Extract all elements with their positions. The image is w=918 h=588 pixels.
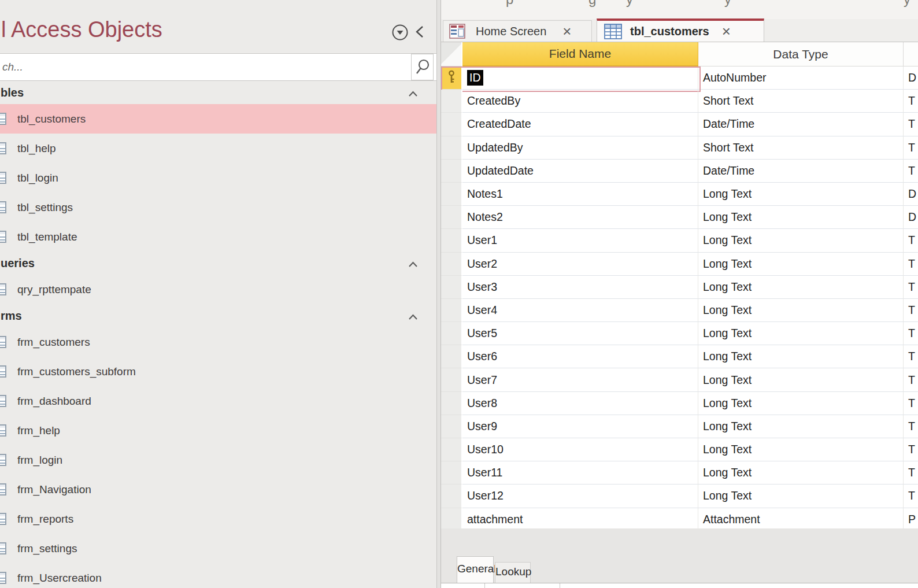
description-cell[interactable]: D (904, 66, 918, 90)
tab-tbl-customers[interactable]: tbl_customers × (597, 19, 764, 42)
search-button[interactable] (411, 54, 434, 80)
field-name-cell[interactable]: User7 (462, 368, 698, 391)
row-selector[interactable] (441, 415, 462, 438)
data-type-cell[interactable]: Attachment (698, 508, 904, 528)
data-type-cell[interactable]: Long Text (698, 485, 904, 508)
data-type-cell[interactable]: Short Text (698, 90, 904, 113)
sidebar-item-tbl_help[interactable]: tbl_help (0, 134, 436, 163)
data-type-cell[interactable]: Short Text (698, 136, 904, 160)
data-type-cell[interactable]: Long Text (698, 253, 904, 276)
data-type-cell[interactable]: AutoNumber (698, 66, 904, 90)
description-cell[interactable]: T (904, 136, 918, 160)
sidebar-item-tbl_template[interactable]: tbl_template (0, 222, 436, 252)
row-selector[interactable] (441, 461, 462, 485)
row-selector[interactable] (441, 276, 462, 299)
data-type-cell[interactable]: Long Text (698, 438, 904, 461)
row-selector[interactable] (441, 438, 462, 461)
data-type-cell[interactable]: Long Text (698, 322, 904, 345)
shutter-bar-close-button[interactable] (413, 24, 429, 40)
field-name-cell[interactable]: attachment (462, 508, 698, 528)
description-cell[interactable]: T (904, 253, 918, 276)
field-name-cell[interactable]: CreatedBy (462, 90, 698, 113)
field-name-cell[interactable]: User11 (462, 461, 698, 485)
sidebar-item-frm_customers[interactable]: frm_customers (0, 327, 436, 357)
close-tab-icon[interactable]: × (722, 25, 731, 37)
data-type-cell[interactable]: Long Text (698, 392, 904, 415)
sidebar-item-frm_customers_subform[interactable]: frm_customers_subform (0, 357, 436, 386)
data-type-cell[interactable]: Date/Time (698, 160, 904, 183)
data-type-cell[interactable]: Long Text (698, 183, 904, 206)
description-cell[interactable]: T (904, 276, 918, 299)
sidebar-item-tbl_login[interactable]: tbl_login (0, 163, 436, 193)
field-name-cell[interactable]: UpdatedBy (462, 136, 698, 160)
description-cell[interactable]: T (904, 392, 918, 415)
data-type-cell[interactable]: Long Text (698, 415, 904, 438)
description-cell[interactable]: T (904, 485, 918, 508)
field-name-cell[interactable]: User9 (462, 415, 698, 438)
row-selector[interactable] (441, 508, 462, 528)
field-name-cell[interactable]: User2 (462, 253, 698, 276)
row-selector[interactable] (441, 229, 462, 252)
row-selector[interactable] (441, 368, 462, 391)
row-selector[interactable] (441, 345, 462, 368)
field-name-cell[interactable]: User8 (462, 392, 698, 415)
navigation-menu-button[interactable] (391, 23, 409, 42)
section-header-rms[interactable]: rms (0, 304, 436, 327)
data-type-cell[interactable]: Long Text (698, 276, 904, 299)
description-cell[interactable]: T (904, 415, 918, 438)
sidebar-item-frm_login[interactable]: frm_login (0, 445, 436, 475)
row-selector[interactable] (441, 392, 462, 415)
data-type-cell[interactable]: Long Text (698, 368, 904, 391)
close-tab-icon[interactable]: × (562, 25, 571, 37)
description-cell[interactable]: T (904, 229, 918, 252)
field-name-cell[interactable]: User3 (462, 276, 698, 299)
field-name-cell[interactable]: User5 (462, 322, 698, 345)
description-cell[interactable]: T (904, 322, 918, 345)
row-selector[interactable] (441, 160, 462, 183)
field-name-cell[interactable]: User12 (462, 485, 698, 508)
row-selector[interactable] (441, 183, 462, 206)
row-selector[interactable] (441, 90, 462, 113)
sidebar-item-tbl_customers[interactable]: tbl_customers (0, 104, 436, 134)
sidebar-item-tbl_settings[interactable]: tbl_settings (0, 193, 436, 222)
description-cell[interactable]: T (904, 160, 918, 183)
sidebar-item-frm_help[interactable]: frm_help (0, 416, 436, 445)
field-name-cell[interactable]: User6 (462, 345, 698, 368)
row-selector[interactable] (441, 206, 462, 229)
sidebar-item-frm_dashboard[interactable]: frm_dashboard (0, 386, 436, 416)
field-name-cell[interactable]: Notes2 (462, 206, 698, 229)
section-header-bles[interactable]: bles (0, 81, 436, 104)
sidebar-item-frm_reports[interactable]: frm_reports (0, 504, 436, 534)
data-type-cell[interactable]: Long Text (698, 206, 904, 229)
data-type-cell[interactable]: Long Text (698, 299, 904, 322)
row-selector[interactable] (441, 322, 462, 345)
description-cell[interactable]: D (904, 206, 918, 229)
row-selector[interactable] (441, 253, 462, 276)
row-selector[interactable] (441, 299, 462, 322)
search-input[interactable] (0, 53, 436, 81)
sidebar-item-frm_usercreation[interactable]: frm_Usercreation (0, 563, 436, 588)
field-name-cell[interactable]: Notes1 (462, 183, 698, 206)
description-cell[interactable]: T (904, 113, 918, 136)
data-type-cell[interactable]: Long Text (698, 229, 904, 252)
description-cell[interactable]: T (904, 299, 918, 322)
data-type-cell[interactable]: Long Text (698, 461, 904, 485)
description-cell[interactable]: T (904, 461, 918, 485)
description-cell[interactable]: T (904, 368, 918, 391)
pane-resize-divider[interactable] (436, 0, 441, 588)
row-selector[interactable] (441, 485, 462, 508)
description-cell[interactable]: P (904, 508, 918, 528)
section-header-ueries[interactable]: ueries (0, 252, 436, 275)
field-name-cell[interactable]: User10 (462, 438, 698, 461)
description-cell[interactable]: T (904, 90, 918, 113)
data-type-cell[interactable]: Long Text (698, 345, 904, 368)
tab-home-screen[interactable]: Home Screen × (443, 20, 592, 42)
field-name-cell[interactable]: User1 (462, 229, 698, 252)
field-name-cell[interactable]: UpdatedDate (462, 160, 698, 183)
data-type-cell[interactable]: Date/Time (698, 113, 904, 136)
row-selector-primary-key[interactable] (441, 66, 462, 90)
description-cell[interactable]: T (904, 438, 918, 461)
description-cell[interactable]: T (904, 345, 918, 368)
sidebar-item-frm_settings[interactable]: frm_settings (0, 534, 436, 563)
field-name-cell[interactable]: CreatedDate (462, 113, 698, 136)
